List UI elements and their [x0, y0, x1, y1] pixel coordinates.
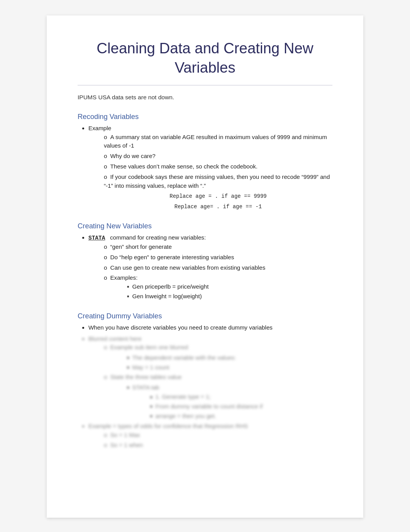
recoding-sub-list: A summary stat on variable AGE resulted …: [104, 133, 332, 211]
blurred-content: Blurred content here Example sub item on…: [78, 335, 332, 450]
list-item: Examples: Gen priceperlb = price/weight …: [104, 274, 332, 301]
section-heading-creating-dummy: Creating Dummy Variables: [78, 312, 332, 320]
list-item: Example A summary stat on variable AGE r…: [88, 124, 332, 211]
examples-list: Gen priceperlb = price/weight Gen lnweig…: [127, 282, 332, 301]
page-title: Cleaning Data and Creating New Variables: [78, 39, 332, 77]
list-item: STATA command for creating new variables…: [88, 233, 332, 301]
title-divider: [78, 85, 332, 85]
section-heading-creating-new: Creating New Variables: [78, 222, 332, 230]
list-item: A summary stat on variable AGE resulted …: [104, 133, 332, 151]
code-line-2: Replace age= . if age == -1: [104, 203, 332, 211]
code-line-1: Replace age = . if age == 9999: [104, 192, 332, 201]
section-creating-dummy: Creating Dummy Variables When you have d…: [78, 312, 332, 450]
intro-text: IPUMS USA data sets are not down.: [78, 94, 332, 101]
list-item: When you have discrete variables you nee…: [88, 323, 332, 332]
list-item: Gen lnweight = log(weight): [127, 292, 332, 301]
recoding-list: Example A summary stat on variable AGE r…: [88, 124, 332, 211]
section-creating-new: Creating New Variables STATA command for…: [78, 222, 332, 301]
list-item: Why do we care?: [104, 152, 332, 161]
section-heading-recoding: Recoding Variables: [78, 112, 332, 121]
creating-dummy-list: When you have discrete variables you nee…: [88, 323, 332, 332]
list-item: Do “help egen” to generate interesting v…: [104, 253, 332, 262]
creating-new-list: STATA command for creating new variables…: [88, 233, 332, 301]
page-container: Cleaning Data and Creating New Variables…: [47, 15, 363, 518]
list-item: Can use gen to create new variables from…: [104, 263, 332, 272]
creating-new-sub-list: “gen” short for generate Do “help egen” …: [104, 243, 332, 301]
section-recoding: Recoding Variables Example A summary sta…: [78, 112, 332, 211]
list-item: If your codebook says these are missing …: [104, 173, 332, 211]
example-label: Example: [88, 125, 111, 131]
list-item: Gen priceperlb = price/weight: [127, 282, 332, 291]
list-item: These values don’t make sense, so check …: [104, 162, 332, 171]
list-item: “gen” short for generate: [104, 243, 332, 252]
stata-label: STATA: [88, 235, 105, 241]
